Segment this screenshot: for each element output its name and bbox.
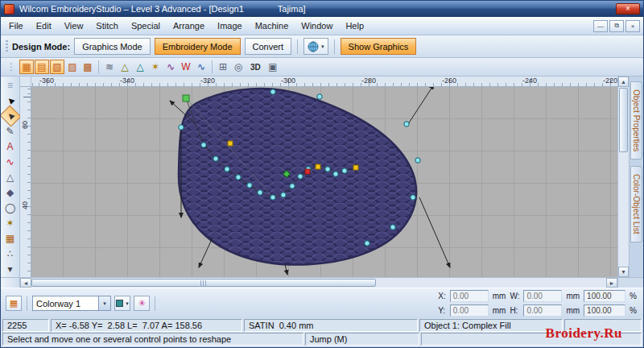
mdi-restore-button[interactable]: ⧉ [609,20,624,32]
scale-h-input[interactable] [584,304,625,317]
colorway-selected-label: Colorway 1 [36,299,80,309]
star-fill-icon[interactable]: ✶ [148,60,163,74]
menu-machine[interactable]: Machine [249,19,295,33]
control-point-node[interactable] [281,193,286,197]
lettering-tool[interactable]: A [2,139,19,154]
control-point-node[interactable] [390,225,395,230]
control-point-corner[interactable] [228,141,233,146]
zigzag-stitch-icon[interactable]: ∿ [194,60,208,74]
h-input[interactable] [523,304,562,317]
ellipse-tool[interactable]: ◯ [2,201,19,215]
show-graphics-button[interactable]: Show Graphics [341,38,417,55]
control-point-node[interactable] [411,195,415,200]
tatami-fill-icon[interactable]: ▦ [19,60,34,74]
horizontal-scroll-track[interactable] [31,278,606,288]
control-point-node[interactable] [270,195,275,200]
design-canvas[interactable] [31,87,617,277]
horizontal-scroll-thumb[interactable] [31,279,376,287]
control-point-node[interactable] [365,241,369,246]
control-point-node[interactable] [325,167,330,172]
grid-view-icon[interactable]: ⊞ [216,60,230,74]
pattern-fill-icon[interactable]: ▩ [80,60,95,74]
control-point-node[interactable] [270,89,275,94]
contour-fill-icon[interactable]: ▨ [65,60,80,74]
menu-special[interactable]: Special [125,19,167,33]
control-point-node[interactable] [342,168,347,173]
control-point-node[interactable] [290,184,295,188]
control-point-node[interactable] [298,174,303,179]
menu-edit[interactable]: Edit [30,19,58,33]
h-ruler-label: -220 [603,77,617,85]
menu-stitch[interactable]: Stitch [89,19,125,33]
run-stitch-icon[interactable]: ≋ [102,60,117,74]
control-point-node[interactable] [247,183,252,188]
scroll-left-button[interactable]: ◄ [20,278,31,288]
control-point-node[interactable] [317,94,322,99]
menu-image[interactable]: Image [211,19,249,33]
scroll-down-button[interactable]: ▼ [618,267,629,277]
control-point-node[interactable] [404,122,409,126]
control-point-node[interactable] [225,167,229,172]
motif-fill-icon[interactable]: ▧ [50,60,64,74]
toolbar-drag-handle[interactable]: ⋮ [4,60,19,74]
graphics-mode-button[interactable]: Graphics Mode [74,38,151,55]
control-point-node[interactable] [236,175,241,180]
wave-fill-icon[interactable]: ∿ [163,60,178,74]
close-button[interactable]: × [616,3,640,14]
w-input[interactable] [523,290,562,302]
control-point-node[interactable] [415,158,420,163]
menu-window[interactable]: Window [295,19,339,33]
scroll-up-button[interactable]: ▲ [618,77,629,87]
x-input[interactable] [450,290,489,302]
node-edit-tool[interactable]: ∴ [2,246,19,261]
menu-arrange[interactable]: Arrange [167,19,211,33]
colorway-caret[interactable]: ▾ [98,296,110,310]
control-point-node[interactable] [201,143,206,147]
scale-w-input[interactable] [584,290,625,302]
freehand-tool[interactable]: ∿ [2,155,19,169]
control-point-corner[interactable] [353,165,358,170]
vertical-scroll-thumb[interactable] [619,88,628,152]
menu-view[interactable]: View [58,19,90,33]
y-input[interactable] [450,304,489,317]
embroidery-mode-button[interactable]: Embroidery Mode [155,38,241,55]
pattern-stamp-tool[interactable]: ▦ [2,231,19,246]
mdi-close-button[interactable]: × [625,20,640,32]
control-point-corner[interactable] [316,164,320,169]
mdi-minimize-button[interactable]: — [593,20,608,32]
digitize-open-tool[interactable]: △ [2,170,19,184]
mode-toolbar: Design Mode: Graphics Mode Embroidery Mo… [1,35,643,58]
control-point-node[interactable] [333,172,338,176]
toolbar-drag-handle-icon [6,40,8,53]
control-point-anchor[interactable] [183,95,189,102]
satin-fill-icon[interactable]: ▤ [35,60,49,74]
control-point-node[interactable] [213,156,218,161]
colorway-select[interactable]: Colorway 1 ▾ [32,296,111,311]
control-point-node[interactable] [179,125,184,130]
florentine-w-icon[interactable]: W [179,60,193,74]
control-point-node[interactable] [258,190,262,195]
tab-color-object-list[interactable]: Color-Object List [630,166,642,242]
control-point-exit[interactable] [305,169,310,174]
triangle-olive-icon[interactable]: △ [118,60,132,74]
thread-colors-button[interactable]: ▦ [6,296,22,311]
hoop-globe-button[interactable]: ▾ [303,38,328,55]
vertical-scroll-track[interactable] [618,153,629,267]
triangle-teal-icon[interactable]: △ [133,60,147,74]
horizontal-scrollbar[interactable]: ◄ ► [1,277,643,288]
more-tools-button[interactable]: ▾ [2,262,19,276]
current-color-button[interactable]: ▾ [114,296,130,311]
hoop-view-icon[interactable]: ◎ [231,60,246,74]
colorway-editor-button[interactable]: ✳ [134,296,150,311]
y-label: Y: [438,306,445,315]
digitize-closed-tool[interactable]: ◆ [2,185,19,200]
menu-help[interactable]: Help [339,19,370,33]
overview-window-icon[interactable]: ▣ [266,60,280,74]
true-view-3d-toggle[interactable]: 3D [246,60,265,74]
vertical-scrollbar[interactable]: ▲ ▼ [617,77,629,277]
star-tool[interactable]: ✶ [2,216,19,230]
scroll-right-button[interactable]: ► [606,278,617,288]
menu-file[interactable]: File [2,19,30,33]
convert-button[interactable]: Convert [245,38,292,55]
tab-object-properties[interactable]: Object Properties [630,81,642,160]
